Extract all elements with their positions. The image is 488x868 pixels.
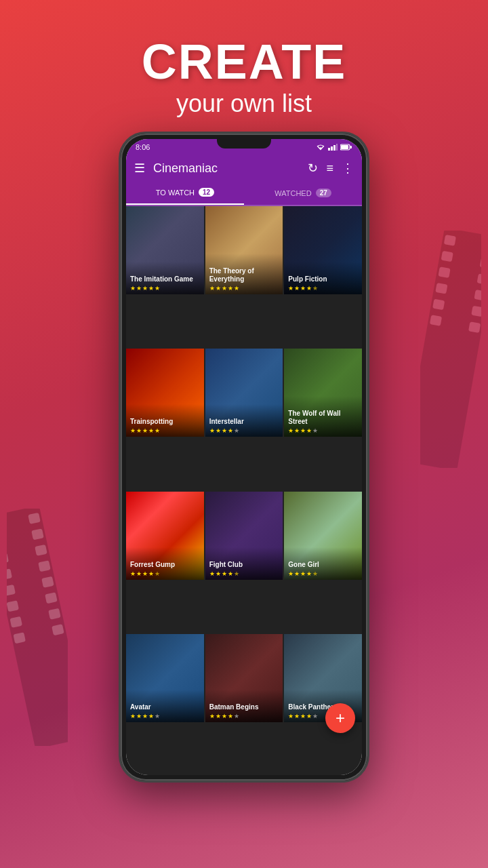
movie-title-4: Interstellar bbox=[209, 418, 279, 426]
movie-stars-0: ★★★★★ bbox=[130, 285, 200, 292]
movie-card-1[interactable]: The Theory of Everything★★★★★ bbox=[205, 206, 283, 294]
phone-notch bbox=[217, 139, 271, 149]
movie-title-6: Forrest Gump bbox=[130, 561, 200, 569]
movie-stars-1: ★★★★★ bbox=[209, 285, 279, 292]
phone-mockup: 8:06 bbox=[119, 132, 369, 783]
movie-title-9: Avatar bbox=[130, 703, 200, 711]
svg-rect-21 bbox=[435, 283, 447, 294]
movie-info-0: The Imitation Game★★★★★ bbox=[126, 262, 204, 294]
filmstrip-left-deco bbox=[7, 509, 68, 746]
movie-stars-8: ★★★★★ bbox=[288, 570, 358, 577]
movie-info-10: Batman Begins★★★★★ bbox=[205, 690, 283, 722]
movie-card-8[interactable]: Gone Girl★★★★★ bbox=[284, 492, 362, 580]
movie-card-0[interactable]: The Imitation Game★★★★★ bbox=[126, 206, 204, 294]
movie-stars-6: ★★★★★ bbox=[130, 570, 200, 577]
filmstrip-right-deco bbox=[420, 231, 481, 468]
movie-stars-10: ★★★★★ bbox=[209, 713, 279, 719]
movie-title-1: The Theory of Everything bbox=[209, 267, 279, 283]
movie-info-8: Gone Girl★★★★★ bbox=[284, 547, 362, 580]
svg-rect-20 bbox=[438, 267, 450, 278]
svg-rect-30 bbox=[328, 148, 330, 151]
svg-rect-22 bbox=[432, 299, 445, 311]
fab-plus-icon: + bbox=[336, 709, 345, 728]
movie-title-2: Pulp Fiction bbox=[288, 275, 358, 283]
movie-info-1: The Theory of Everything★★★★★ bbox=[205, 254, 283, 294]
movie-card-10[interactable]: Batman Begins★★★★★ bbox=[205, 634, 283, 722]
movie-card-6[interactable]: Forrest Gump★★★★★ bbox=[126, 492, 204, 580]
movie-stars-2: ★★★★★ bbox=[288, 285, 358, 292]
svg-rect-32 bbox=[333, 145, 336, 151]
to-watch-label: TO WATCH bbox=[156, 189, 195, 197]
svg-rect-29 bbox=[468, 321, 481, 333]
to-watch-badge: 12 bbox=[199, 188, 214, 197]
svg-rect-35 bbox=[350, 146, 352, 149]
movie-card-2[interactable]: Pulp Fiction★★★★★ bbox=[284, 206, 362, 294]
tab-watched[interactable]: WATCHED 27 bbox=[244, 181, 362, 205]
create-label: CREATE bbox=[142, 34, 347, 90]
volume-button bbox=[119, 215, 120, 249]
movie-title-5: The Wolf of Wall Street bbox=[288, 410, 358, 426]
movie-stars-9: ★★★★★ bbox=[130, 713, 200, 719]
movie-stars-7: ★★★★★ bbox=[209, 570, 279, 577]
svg-rect-36 bbox=[341, 145, 348, 149]
promo-header: CREATE your own list bbox=[142, 34, 347, 118]
movie-info-7: Fight Club★★★★★ bbox=[205, 547, 283, 580]
movie-info-2: Pulp Fiction★★★★★ bbox=[284, 262, 362, 294]
status-time: 8:06 bbox=[136, 143, 150, 151]
movie-info-3: Trainspotting★★★★★ bbox=[126, 404, 204, 437]
phone-screen: 8:06 bbox=[126, 139, 362, 775]
tab-to-watch[interactable]: TO WATCH 12 bbox=[126, 181, 244, 205]
svg-rect-33 bbox=[336, 144, 338, 151]
refresh-icon[interactable]: ↻ bbox=[308, 161, 318, 176]
svg-rect-23 bbox=[430, 315, 442, 326]
watched-badge: 27 bbox=[316, 189, 331, 197]
movie-stars-3: ★★★★★ bbox=[130, 427, 200, 434]
app-title: Cinemaniac bbox=[153, 161, 300, 176]
battery-icon bbox=[340, 144, 352, 151]
movie-card-4[interactable]: Interstellar★★★★★ bbox=[205, 349, 283, 437]
svg-rect-17 bbox=[420, 231, 481, 468]
list-icon[interactable]: ≡ bbox=[326, 161, 333, 176]
movie-info-9: Avatar★★★★★ bbox=[126, 690, 204, 722]
menu-icon[interactable]: ☰ bbox=[134, 161, 145, 176]
svg-rect-19 bbox=[441, 251, 453, 262]
svg-rect-31 bbox=[331, 146, 333, 151]
movie-title-10: Batman Begins bbox=[209, 703, 279, 711]
signal-icon bbox=[328, 144, 338, 151]
watched-label: WATCHED bbox=[274, 189, 311, 197]
wifi-icon bbox=[316, 144, 325, 151]
more-icon[interactable]: ⋮ bbox=[342, 161, 354, 176]
subtitle-label: your own list bbox=[142, 90, 347, 118]
svg-rect-18 bbox=[444, 235, 456, 246]
tabs-bar: TO WATCH 12 WATCHED 27 bbox=[126, 181, 362, 206]
movie-info-5: The Wolf of Wall Street★★★★★ bbox=[284, 396, 362, 437]
movie-card-9[interactable]: Avatar★★★★★ bbox=[126, 634, 204, 722]
movie-info-6: Forrest Gump★★★★★ bbox=[126, 547, 204, 580]
movie-stars-5: ★★★★★ bbox=[288, 427, 358, 434]
status-icons bbox=[316, 144, 352, 151]
movie-grid: The Imitation Game★★★★★The Theory of Eve… bbox=[126, 206, 362, 775]
app-bar: ☰ Cinemaniac ↻ ≡ ⋮ bbox=[126, 155, 362, 181]
movie-card-5[interactable]: The Wolf of Wall Street★★★★★ bbox=[284, 349, 362, 437]
power-button bbox=[368, 201, 369, 249]
movie-title-8: Gone Girl bbox=[288, 561, 358, 569]
movie-stars-4: ★★★★★ bbox=[209, 427, 279, 434]
movie-info-4: Interstellar★★★★★ bbox=[205, 404, 283, 437]
add-movie-fab[interactable]: + bbox=[325, 703, 355, 733]
movie-title-3: Trainspotting bbox=[130, 418, 200, 426]
movie-title-0: The Imitation Game bbox=[130, 275, 200, 283]
movie-card-7[interactable]: Fight Club★★★★★ bbox=[205, 492, 283, 580]
movie-card-3[interactable]: Trainspotting★★★★★ bbox=[126, 349, 204, 437]
movie-title-7: Fight Club bbox=[209, 561, 279, 569]
